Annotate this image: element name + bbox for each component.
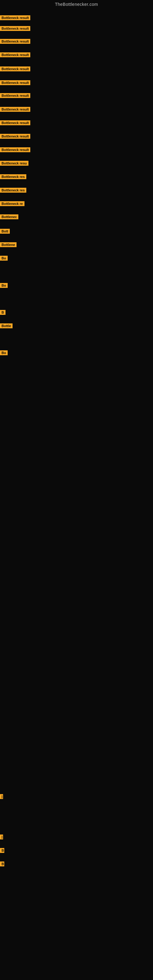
bottleneck-result-badge: Bottleneck result	[0, 52, 30, 57]
bottleneck-result-badge: B	[0, 861, 4, 866]
bottleneck-result-badge: Bottleneck result	[0, 39, 30, 44]
bottleneck-result-badge: Bottlenec	[0, 215, 18, 219]
bottleneck-result-badge: B	[0, 310, 5, 315]
bottleneck-result-badge: Bottleneck res	[0, 174, 26, 179]
bottleneck-result-badge: Bo	[0, 256, 8, 261]
bottleneck-result-badge: Bo	[0, 350, 8, 355]
bottleneck-result-badge: |	[0, 794, 3, 799]
bottleneck-result-badge: Bottleneck result	[0, 26, 30, 31]
bottleneck-result-badge: Bottleneck result	[0, 107, 30, 112]
bottleneck-result-badge: Bottle	[0, 323, 13, 328]
bottleneck-result-badge: Bottleneck resu	[0, 161, 29, 166]
bottleneck-result-badge: Bottlene	[0, 242, 16, 247]
bottleneck-result-badge: Bo	[0, 283, 8, 288]
bottleneck-result-badge: Bottleneck result	[0, 147, 30, 152]
bottleneck-result-badge: |	[0, 835, 3, 840]
bottleneck-result-badge: B	[0, 848, 4, 853]
bottleneck-result-badge: Bottleneck result	[0, 67, 30, 72]
site-title: TheBottlenecker.com	[0, 0, 153, 9]
bottleneck-result-badge: Bottleneck re	[0, 201, 24, 206]
bottleneck-result-badge: Bottleneck result	[0, 15, 30, 20]
bottleneck-result-badge: Bottleneck res	[0, 188, 26, 192]
bottleneck-result-badge: Bottleneck result	[0, 93, 30, 98]
bottleneck-result-badge: Bottleneck result	[0, 80, 30, 85]
bottleneck-result-badge: Bott	[0, 229, 10, 234]
bottleneck-result-badge: Bottleneck result	[0, 120, 30, 125]
bottleneck-result-badge: Bottleneck result	[0, 134, 30, 139]
